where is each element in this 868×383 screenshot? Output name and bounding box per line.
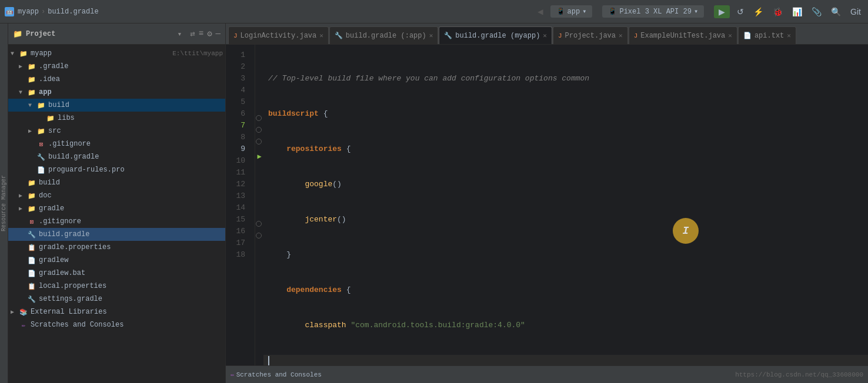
code-kw-buildscript: buildscript <box>268 108 319 120</box>
line-num-8: 8 <box>226 132 250 143</box>
tree-item-gradle-properties[interactable]: 📋 gradle.properties <box>8 241 225 254</box>
fold-indicator-16 <box>256 233 262 238</box>
tree-item-local-properties[interactable]: 📋 local.properties <box>8 280 225 293</box>
toolbar-left: 🤖 myapp › build.gradle <box>5 7 532 16</box>
tab-build-gradle-app[interactable]: 🔧 build.gradle (:app) ✕ <box>329 26 438 44</box>
tab-build-gradle-myapp[interactable]: 🔧 build.gradle (myapp) ✕ <box>439 26 552 44</box>
tree-label-src: src <box>48 127 223 135</box>
git-button[interactable]: Git <box>848 5 863 19</box>
minimize-icon[interactable]: — <box>216 29 221 39</box>
code-line-7: dependencies { <box>263 284 868 296</box>
tree-label-gitignore-root: .gitignore <box>39 217 223 226</box>
tree-item-gradle[interactable]: ▶ 📁 gradle <box>8 202 225 215</box>
code-content[interactable]: // Top-level build file where you can ad… <box>263 45 868 365</box>
attach-button[interactable]: 📎 <box>809 5 824 19</box>
tree-item-gitignore-app[interactable]: ⊠ .gitignore <box>8 137 225 150</box>
profile-button[interactable]: 📊 <box>790 5 804 19</box>
code-editor[interactable]: 1 2 3 4 5 6 7 8 9 10 11 12 13 14 15 16 1… <box>226 45 868 365</box>
tab-label-project: Project.java <box>565 32 616 40</box>
tree-item-build-gradle-root[interactable]: 🔧 build.gradle <box>8 228 225 241</box>
tree-item-gradlew[interactable]: 📄 gradlew <box>8 254 225 267</box>
project-header-icons: ⇄ ≡ ⚙ — <box>190 29 221 39</box>
tree-item-src[interactable]: ▶ 📁 src <box>8 125 225 137</box>
code-plain-2: { <box>319 108 328 120</box>
gutter: ▶ <box>255 45 263 365</box>
breadcrumb-project[interactable]: myapp <box>18 8 39 16</box>
code-plain-6: } <box>268 249 291 261</box>
back-button[interactable]: ◀ <box>535 4 546 20</box>
code-plain-8a <box>268 320 305 331</box>
project-dropdown-arrow[interactable]: ▾ <box>177 29 182 39</box>
gradlew-icon: 📄 <box>27 256 36 264</box>
gradle-icon-app: 🔧 <box>36 153 46 161</box>
tree-label-doc: doc <box>39 192 223 200</box>
sync-button[interactable]: ↺ <box>735 5 746 19</box>
tab-close[interactable]: ✕ <box>429 32 433 39</box>
project-icon: 📁 <box>19 49 28 58</box>
tab-label-example: ExampleUnitTest.java <box>640 32 725 40</box>
line-num-11: 11 <box>226 167 250 179</box>
line-num-1: 1 <box>226 49 250 61</box>
tree-item-gradle-hidden[interactable]: ▶ 📁 .gradle <box>8 60 225 73</box>
code-plain-4b: () <box>332 179 342 190</box>
tree-item-gitignore-root[interactable]: ⊠ .gitignore <box>8 215 225 228</box>
tree-item-app[interactable]: ▼ 📁 app <box>8 86 225 99</box>
app-dropdown-button[interactable]: 📱 app ▾ <box>550 5 593 18</box>
device-dropdown-button[interactable]: 📱 Pixel 3 XL API 29 ▾ <box>602 5 704 18</box>
tree-sublabel-myapp: E:\ttit\myapp <box>172 50 223 57</box>
line-num-3: 3 <box>226 73 250 85</box>
bottom-url: https://blog.csdn.net/qq_33608000 <box>735 371 863 378</box>
tab-close-4[interactable]: ✕ <box>787 32 791 39</box>
tab-close[interactable]: ✕ <box>319 32 323 39</box>
tree-arrow: ▶ <box>19 205 27 212</box>
props-icon: 📋 <box>27 243 36 251</box>
search-button[interactable]: 🔍 <box>829 5 843 19</box>
breadcrumb-file[interactable]: build.gradle <box>48 8 98 16</box>
tree-label-settings-gradle: settings.gradle <box>39 295 223 303</box>
tree-item-external-libs[interactable]: ▶ 📚 External Libraries <box>8 305 225 318</box>
tree-item-scratches[interactable]: ✏ Scratches and Consoles <box>8 318 225 331</box>
code-plain-3b: { <box>342 143 351 155</box>
breadcrumb-separator: › <box>41 8 45 16</box>
settings-icon[interactable]: ⚙ <box>207 29 212 39</box>
run-arrow: ▶ <box>255 115 263 127</box>
tab-example-unit-test[interactable]: J ExampleUnitTest.java ✕ <box>629 26 737 44</box>
code-plain-7b: { <box>342 284 351 296</box>
sort-icon[interactable]: ≡ <box>199 29 203 39</box>
tab-close-active[interactable]: ✕ <box>543 32 547 39</box>
tree-arrow: ▼ <box>11 51 19 57</box>
run-button[interactable]: ▶ <box>714 5 730 18</box>
tab-project-java[interactable]: J Project.java ✕ <box>553 26 628 44</box>
sync-icon[interactable]: ⇄ <box>190 29 195 39</box>
proguard-icon: 📄 <box>36 166 46 174</box>
tab-api-txt[interactable]: 📄 api.txt ✕ <box>738 26 796 44</box>
project-folder-icon: 📁 <box>13 29 22 39</box>
resource-manager-strip[interactable]: Resource Manager <box>0 23 8 383</box>
tree-item-build-gradle-app[interactable]: 🔧 build.gradle <box>8 150 225 163</box>
editor-area: J LoginActivity.java ✕ 🔧 build.gradle (:… <box>226 23 868 383</box>
tree-item-doc[interactable]: ▶ 📁 doc <box>8 189 225 202</box>
resource-manager-label: Resource Manager <box>1 175 7 231</box>
gradle-sync-button[interactable]: ⚡ <box>751 5 766 19</box>
tree-label-build: build <box>48 101 223 109</box>
app-icon-small: 📱 <box>556 7 565 16</box>
project-title: Project <box>26 30 173 38</box>
tab-java-icon-3: J <box>634 32 638 39</box>
tab-login-activity[interactable]: J LoginActivity.java ✕ <box>228 26 329 44</box>
debug-button[interactable]: 🐞 <box>770 5 785 19</box>
tab-close-2[interactable]: ✕ <box>619 32 623 39</box>
device-label: Pixel 3 XL API 29 <box>619 8 691 16</box>
tree-item-build[interactable]: ▼ 📁 build <box>8 99 225 112</box>
tree-item-gradlew-bat[interactable]: 📄 gradlew.bat <box>8 267 225 280</box>
tree-item-idea[interactable]: 📁 .idea <box>8 73 225 86</box>
tree-item-libs[interactable]: 📁 libs <box>8 112 225 125</box>
main-container: Resource Manager 📁 Project ▾ ⇄ ≡ ⚙ — ▼ 📁… <box>0 23 868 383</box>
tree-item-myapp[interactable]: ▼ 📁 myapp E:\ttit\myapp <box>8 47 225 60</box>
line-numbers: 1 2 3 4 5 6 7 8 9 10 11 12 13 14 15 16 1… <box>226 45 255 365</box>
tree-item-proguard[interactable]: 📄 proguard-rules.pro <box>8 163 225 176</box>
line-num-12: 12 <box>226 179 250 190</box>
tree-item-settings-gradle[interactable]: 🔧 settings.gradle <box>8 293 225 305</box>
tab-close-3[interactable]: ✕ <box>728 32 732 39</box>
tree-item-build-root[interactable]: 📁 build <box>8 176 225 189</box>
scratches-consoles-button[interactable]: ✏ Scratches and Consoles <box>231 371 322 378</box>
